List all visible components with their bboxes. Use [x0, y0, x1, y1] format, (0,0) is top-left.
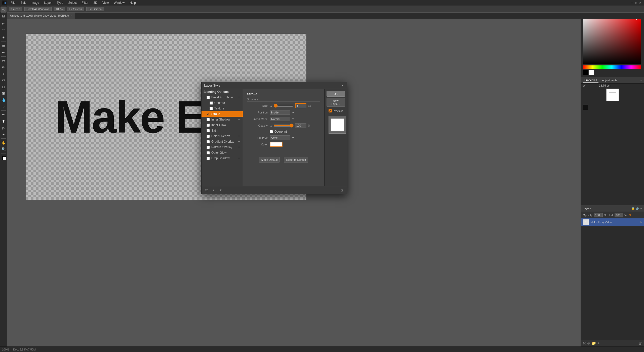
fill-type-select[interactable]: Color Gradient Pattern	[270, 135, 290, 140]
menu-window[interactable]: Window	[112, 1, 127, 5]
reset-to-default-button[interactable]: Reset to Default	[284, 157, 308, 163]
lasso-tool[interactable]: ⌒	[1, 28, 7, 34]
menu-edit[interactable]: Edit	[18, 1, 28, 5]
menu-select[interactable]: Select	[66, 1, 78, 5]
artboard-tool[interactable]: ⊡	[1, 13, 7, 19]
delete-style-btn[interactable]: 🗑	[339, 188, 344, 193]
menu-image[interactable]: Image	[29, 1, 41, 5]
style-item-drop-shadow[interactable]: Drop Shadow +	[202, 155, 243, 161]
pen-tool[interactable]: ✒	[1, 112, 7, 118]
satin-checkbox[interactable]	[207, 129, 210, 132]
lock-icon[interactable]: 🔒	[631, 207, 635, 210]
color-overlay-checkbox[interactable]	[207, 135, 210, 138]
fill-input[interactable]	[615, 213, 623, 217]
new-group-button[interactable]: 📁	[592, 341, 596, 345]
foreground-swatch[interactable]	[583, 70, 588, 75]
tab-close-button[interactable]: ×	[70, 14, 72, 17]
menu-filter[interactable]: Filter	[80, 1, 91, 5]
overprint-checkbox[interactable]	[270, 130, 273, 133]
pattern-overlay-add-icon[interactable]: +	[237, 145, 241, 149]
style-item-pattern-overlay[interactable]: Pattern Overlay +	[202, 144, 243, 150]
stroke-color-swatch[interactable]	[270, 142, 283, 147]
layer-row-1[interactable]: T Make Easy Video fx	[581, 218, 644, 226]
close-button[interactable]: ✕	[638, 1, 642, 5]
menu-3d[interactable]: 3D	[91, 1, 99, 5]
opacity-input[interactable]	[594, 213, 603, 217]
preview-toggle[interactable]: Preview	[327, 108, 345, 113]
new-fill-layer-button[interactable]: fx	[583, 341, 586, 345]
fit-screen-button[interactable]: Fit Screen	[67, 7, 84, 11]
menu-view[interactable]: View	[100, 1, 111, 5]
menu-type[interactable]: Type	[55, 1, 65, 5]
menu-file[interactable]: File	[9, 1, 17, 5]
marquee-tool[interactable]: ⬚	[1, 21, 7, 27]
size-input[interactable]	[295, 103, 306, 108]
style-item-texture[interactable]: Texture	[202, 106, 243, 111]
quick-select-tool[interactable]: ✦	[1, 34, 7, 41]
contour-checkbox[interactable]	[210, 101, 213, 105]
style-item-outer-glow[interactable]: Outer Glow	[202, 150, 243, 155]
style-item-color-overlay[interactable]: Color Overlay +	[202, 133, 243, 139]
move-down-icon-btn[interactable]: ▼	[218, 188, 223, 193]
gradient-overlay-checkbox[interactable]	[207, 140, 210, 143]
gradient-tool[interactable]: ▣	[1, 90, 7, 96]
link-icon[interactable]: 🔗	[636, 207, 639, 210]
scroll-all-windows-button[interactable]: Scroll All Windows	[24, 7, 52, 11]
type-tool[interactable]: T	[1, 118, 7, 124]
dodge-tool[interactable]: ○	[1, 103, 7, 109]
bevel-emboss-add-icon[interactable]: +	[237, 96, 241, 99]
drop-shadow-checkbox[interactable]	[207, 157, 210, 160]
style-item-stroke[interactable]: Stroke +	[202, 111, 243, 117]
move-tool[interactable]: ↖	[1, 7, 7, 13]
eraser-tool[interactable]: ◻	[1, 84, 7, 90]
menu-help[interactable]: Help	[128, 1, 138, 5]
texture-checkbox[interactable]	[210, 107, 213, 110]
crop-tool[interactable]: ⊕	[1, 43, 7, 49]
style-item-contour[interactable]: Contour	[202, 100, 243, 106]
pattern-overlay-checkbox[interactable]	[207, 146, 210, 149]
size-slider[interactable]	[273, 104, 294, 108]
move-up-icon-btn[interactable]: ▲	[211, 188, 216, 193]
color-hue-slider[interactable]	[583, 65, 641, 69]
menu-layer[interactable]: Layer	[42, 1, 54, 5]
clone-stamp-tool[interactable]: ⌖	[1, 71, 7, 77]
zoom-percent-display[interactable]: 100%	[54, 7, 65, 11]
add-mask-button[interactable]: ⊙	[587, 341, 590, 345]
tab-adjustments[interactable]: Adjustments	[600, 78, 619, 82]
position-select[interactable]: Inside Outside Center	[270, 110, 290, 115]
zoom-tool[interactable]: 🔍	[1, 146, 7, 152]
history-brush-tool[interactable]: ↺	[1, 77, 7, 83]
shape-tool[interactable]: ■	[1, 131, 7, 137]
outer-glow-checkbox[interactable]	[207, 151, 210, 154]
stroke-add-icon[interactable]: +	[237, 112, 241, 116]
restore-button[interactable]: □	[634, 1, 638, 5]
new-layer-button[interactable]: +	[597, 341, 599, 345]
bevel-emboss-checkbox[interactable]	[207, 96, 210, 99]
style-item-satin[interactable]: Satin	[202, 128, 243, 133]
style-item-gradient-overlay[interactable]: Gradient Overlay +	[202, 139, 243, 144]
make-default-button[interactable]: Make Default	[259, 157, 280, 163]
fill-screen-button[interactable]: Fill Screen	[86, 7, 104, 11]
background-swatch[interactable]	[589, 70, 594, 75]
inner-shadow-checkbox[interactable]	[207, 118, 210, 121]
color-gradient-picker[interactable]	[583, 14, 641, 64]
inner-shadow-add-icon[interactable]: +	[237, 118, 241, 121]
path-select-tool[interactable]: ▷	[1, 125, 7, 131]
fx-icon-btn[interactable]: fx	[204, 188, 209, 193]
filter-icon[interactable]: ≡	[640, 207, 642, 210]
ok-button[interactable]: OK	[327, 91, 345, 97]
gradient-overlay-add-icon[interactable]: +	[237, 140, 241, 143]
color-overlay-add-icon[interactable]: +	[237, 134, 241, 138]
inner-glow-checkbox[interactable]	[207, 124, 210, 127]
healing-brush-tool[interactable]: ⊗	[1, 58, 7, 64]
minimize-button[interactable]: ─	[630, 1, 634, 5]
hand-tool[interactable]: ✋	[1, 140, 7, 146]
foreground-color[interactable]	[1, 154, 7, 161]
opacity-input-stroke[interactable]	[295, 123, 306, 128]
document-tab[interactable]: Untitled-1 @ 100% (Make Easy Video, RGB/…	[7, 13, 75, 19]
style-item-blending-options[interactable]: Blending Options	[202, 89, 243, 95]
delete-layer-button[interactable]: 🗑	[638, 341, 642, 345]
style-item-inner-shadow[interactable]: Inner Shadow +	[202, 117, 243, 122]
stroke-checkbox[interactable]	[207, 112, 210, 116]
blend-mode-select[interactable]: Normal Dissolve Multiply Screen	[270, 117, 290, 121]
